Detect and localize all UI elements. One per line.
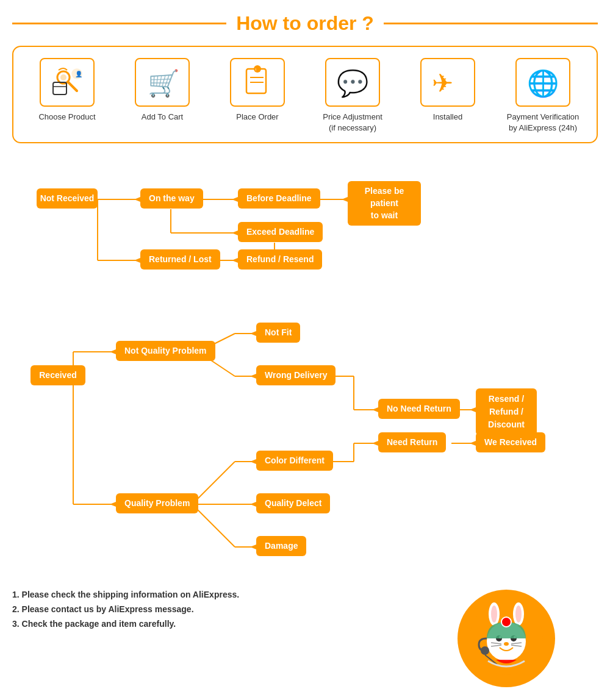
title-prefix: How to <box>236 12 307 34</box>
flow1-not-received: Not Received <box>37 188 98 208</box>
flow1-refund-resend: Refund / Resend <box>238 249 322 269</box>
step-label-choose-product: Choose Product <box>38 112 95 123</box>
flow2-color-different: Color Different <box>256 451 333 470</box>
svg-text:!: ! <box>346 77 350 87</box>
svg-point-2 <box>60 74 66 80</box>
flow2-received: Received <box>30 365 85 385</box>
svg-marker-58 <box>250 331 256 336</box>
svg-line-1 <box>68 82 77 91</box>
flow2-quality-delect: Quality Delect <box>256 493 330 513</box>
bottom-section: 1. Please check the shipping information… <box>12 590 598 700</box>
svg-marker-62 <box>250 545 256 549</box>
step-icon-installed: ✈ <box>420 58 475 107</box>
svg-marker-27 <box>232 197 238 202</box>
flow2-wrong-delivery: Wrong Delivery <box>256 365 336 385</box>
svg-marker-56 <box>110 349 116 354</box>
svg-marker-61 <box>250 502 256 507</box>
note-2: 2. Please contact us by AliExpress messa… <box>12 604 415 614</box>
svg-text:👤: 👤 <box>75 70 83 78</box>
flow1-before-deadline: Before Deadline <box>238 188 320 208</box>
page-title: How to order ? <box>226 12 384 35</box>
steps-box: 👤 Choose Product 🛒 Add To Cart ↑ Place O… <box>12 46 598 143</box>
svg-marker-25 <box>134 197 140 202</box>
mascot-icon <box>458 590 555 687</box>
notes-section: 1. Please check the shipping information… <box>12 590 415 634</box>
step-icon-add-to-cart: 🛒 <box>135 58 190 107</box>
svg-line-44 <box>192 504 235 547</box>
flow1-returned-lost: Returned / Lost <box>140 249 220 269</box>
flow1-patient: Please be patientto wait <box>348 181 421 226</box>
svg-marker-63 <box>372 407 378 412</box>
step-label-place-order: Place Order <box>236 112 278 123</box>
svg-text:✈: ✈ <box>432 69 453 98</box>
step-label-payment-verification: Payment Verificationby AliExpress (24h) <box>507 112 580 134</box>
svg-text:🌐: 🌐 <box>527 68 559 99</box>
step-place-order: ↑ Place Order <box>212 58 303 123</box>
svg-point-83 <box>501 617 511 627</box>
svg-marker-57 <box>110 502 116 507</box>
header-line-left <box>12 23 226 24</box>
step-label-installed: Installed <box>433 112 462 123</box>
svg-point-78 <box>504 642 509 646</box>
svg-marker-64 <box>372 441 378 446</box>
step-choose-product: 👤 Choose Product <box>21 58 113 123</box>
step-label-price-adjustment: Price Adjustment(if necessary) <box>323 112 382 134</box>
svg-marker-60 <box>250 459 256 464</box>
flow1-on-the-way: On the way <box>140 188 203 208</box>
svg-text:↑: ↑ <box>254 67 257 73</box>
step-icon-payment-verification: 🌐 <box>515 58 570 107</box>
flow2-need-return: Need Return <box>378 432 446 452</box>
header-line-right <box>384 23 598 24</box>
flow1-exceed-deadline: Exceed Deadline <box>238 222 323 241</box>
step-payment-verification: 🌐 Payment Verificationby AliExpress (24h… <box>497 58 589 134</box>
svg-text:💬: 💬 <box>337 68 369 99</box>
svg-marker-30 <box>232 258 238 263</box>
flow2-not-quality-problem: Not Quality Problem <box>116 341 215 360</box>
flow2-resend-refund: Resend /Refund /Discount <box>476 388 537 435</box>
svg-rect-7 <box>246 69 266 93</box>
flow-section-1: Not Received On the way Before Deadline … <box>12 163 598 309</box>
page-header: How to order ? <box>12 12 598 35</box>
flow2-not-fit: Not Fit <box>256 323 300 342</box>
svg-point-71 <box>491 605 497 623</box>
note-3: 3. Check the package and item carefully. <box>12 619 415 629</box>
flow2-damage: Damage <box>256 536 306 555</box>
flow-section-2: Received Not Quality Problem Quality Pro… <box>12 315 598 577</box>
svg-marker-59 <box>250 374 256 379</box>
flow2-no-need-return: No Need Return <box>378 399 460 418</box>
svg-marker-66 <box>470 441 476 446</box>
step-icon-price-adjustment: 💬! <box>325 58 380 107</box>
step-add-to-cart: 🛒 Add To Cart <box>117 58 208 123</box>
title-highlight: order ? <box>307 12 374 34</box>
svg-point-72 <box>515 605 522 623</box>
step-price-adjustment: 💬! Price Adjustment(if necessary) <box>307 58 398 134</box>
flow2-we-received: We Received <box>476 432 545 452</box>
step-installed: ✈ Installed <box>402 58 493 123</box>
svg-marker-65 <box>470 407 476 412</box>
svg-line-40 <box>192 462 235 504</box>
svg-text:🛒: 🛒 <box>148 68 179 99</box>
step-label-add-to-cart: Add To Cart <box>142 112 183 123</box>
step-icon-place-order: ↑ <box>230 58 285 107</box>
step-icon-choose-product: 👤 <box>40 58 95 107</box>
svg-point-84 <box>481 646 489 655</box>
flow2-quality-problem: Quality Problem <box>116 493 198 513</box>
note-1: 1. Please check the shipping information… <box>12 590 415 599</box>
svg-marker-29 <box>342 197 348 202</box>
svg-marker-28 <box>232 230 238 235</box>
svg-marker-26 <box>134 258 140 263</box>
